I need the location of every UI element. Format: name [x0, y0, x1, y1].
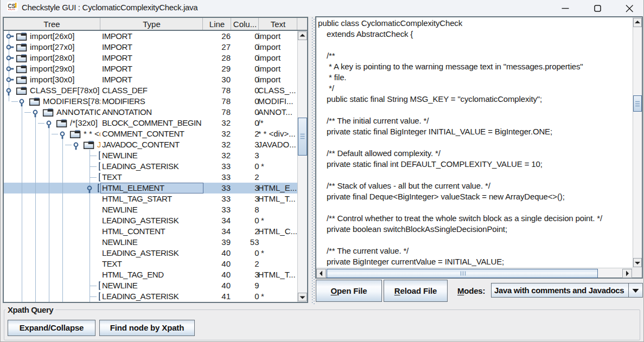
svg-text:CS: CS	[8, 3, 16, 9]
